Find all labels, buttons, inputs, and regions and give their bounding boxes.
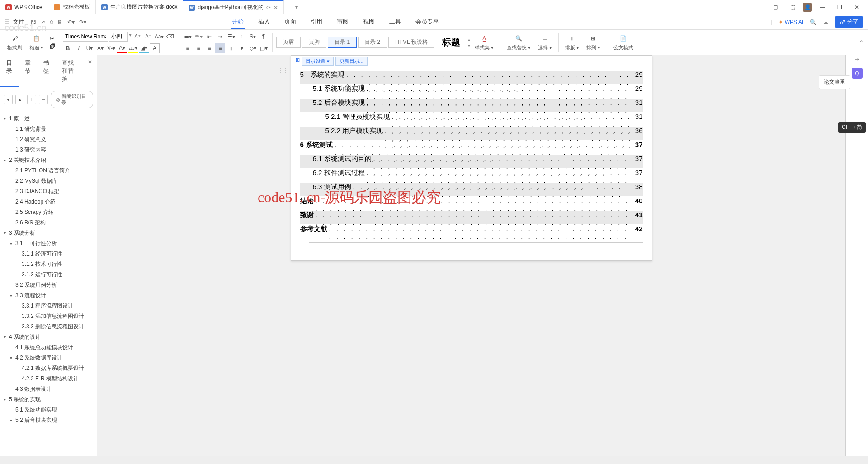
outline-item[interactable]: ▾2 关键技术介绍 xyxy=(0,155,97,166)
outline-item[interactable]: 3.1.3 运行可行性 xyxy=(0,270,97,280)
paste-label[interactable]: 粘贴 ▾ xyxy=(29,44,43,51)
outline-item[interactable]: 2.2 MySql 数据库 xyxy=(0,176,97,186)
fill-color-button[interactable]: ◇▾ xyxy=(248,43,258,53)
style-header[interactable]: 页眉 xyxy=(276,37,301,48)
style-toc1[interactable]: 目录 1 xyxy=(328,37,357,48)
outline-item[interactable]: 4.1 系统总功能模块设计 xyxy=(0,342,97,353)
outline-item[interactable]: 2.4 Hadoop 介绍 xyxy=(0,197,97,207)
outline-item[interactable]: 1.1 研究背景 xyxy=(0,124,97,134)
numbering-button[interactable]: ⩸▾ xyxy=(193,32,203,42)
bold-button[interactable]: B xyxy=(63,43,73,53)
outline-item[interactable]: 4.3 数据表设计 xyxy=(0,384,97,394)
save-icon[interactable]: 🖫 xyxy=(31,19,36,25)
sidebar-tab-chapter[interactable]: 章节 xyxy=(19,55,37,87)
print-preview-icon[interactable]: 🗎 xyxy=(57,19,63,25)
menu-insert[interactable]: 插入 xyxy=(257,15,271,29)
style-set-icon[interactable]: A̲ xyxy=(479,33,489,43)
ribbon-collapse-icon[interactable]: ⌃ xyxy=(859,39,863,46)
outline-item[interactable]: 4.2.2 E-R 模型结构设计 xyxy=(0,374,97,384)
change-case-icon[interactable]: Aa▾ xyxy=(154,32,164,42)
new-tab-button[interactable]: + xyxy=(288,4,291,10)
decrease-indent-button[interactable]: ⇤ xyxy=(204,32,214,42)
sidebar-tab-bookmark[interactable]: 书签 xyxy=(37,55,56,87)
toc-content[interactable]: 5 系统的实现. . . . . . . . . . . . . . . . .… xyxy=(291,67,652,242)
paste-icon[interactable]: 📋 xyxy=(32,33,42,43)
toc-line[interactable]: 致谢. . . . . . . . . . . . . . . . . . . … xyxy=(300,211,643,224)
minimize-button[interactable]: — xyxy=(816,1,829,14)
sort-button[interactable]: ↕ xyxy=(237,32,247,42)
outline-item[interactable]: ▾3.1 可行性分析 xyxy=(0,238,97,249)
outline-item[interactable]: ▾1 概 述 xyxy=(0,114,97,124)
find-replace-label[interactable]: 查找替换 ▾ xyxy=(507,44,531,51)
paragraph-marks-button[interactable]: ¶ xyxy=(259,32,269,42)
superscript-button[interactable]: X²▾ xyxy=(106,43,116,53)
outline-item[interactable]: 1.2 研究意义 xyxy=(0,134,97,145)
outline-item[interactable]: 3.2 系统用例分析 xyxy=(0,280,97,290)
columns-button[interactable]: ▾ xyxy=(237,43,247,53)
sort-label[interactable]: 排列 ▾ xyxy=(586,44,600,51)
clear-format-icon[interactable]: ⌫ xyxy=(165,32,175,42)
line-spacing-button[interactable]: ☰▾ xyxy=(226,32,236,42)
toc-line[interactable]: 结论. . . . . . . . . . . . . . . . . . . … xyxy=(300,197,643,210)
style-down-icon[interactable]: ▾ xyxy=(468,43,470,48)
toc-line[interactable]: 5.2.2 用户模块实现. . . . . . . . . . . . . . … xyxy=(300,127,643,140)
outline-item[interactable]: 3.3.2 添加信息流程图设计 xyxy=(0,311,97,322)
menu-tools[interactable]: 工具 xyxy=(388,15,402,29)
toc-line[interactable]: 5.1 系统功能实现. . . . . . . . . . . . . . . … xyxy=(300,85,643,98)
maximize-button[interactable]: ❐ xyxy=(833,1,846,14)
close-tab-icon[interactable]: ✕ xyxy=(274,5,278,11)
outline-item[interactable]: 3.1.1 经济可行性 xyxy=(0,249,97,259)
app-menu-icon[interactable]: ☰ xyxy=(5,19,9,25)
align-right-button[interactable]: ≡ xyxy=(204,43,214,53)
copy-icon[interactable]: 🗐 xyxy=(50,43,55,50)
cloud-icon[interactable]: ☁ xyxy=(823,19,828,25)
tab-document-2[interactable]: W django基于Python可视化的 ⟳ ✕ xyxy=(183,0,283,14)
outline-item[interactable]: 3.3.3 删除信息流程图设计 xyxy=(0,322,97,332)
menu-view[interactable]: 视图 xyxy=(362,15,376,29)
show-marks-button[interactable]: S▾ xyxy=(248,32,258,42)
public-mode-icon[interactable]: 📄 xyxy=(618,33,628,43)
file-menu[interactable]: 文件 xyxy=(13,18,24,26)
print-icon[interactable]: ⎙ xyxy=(50,19,53,25)
undo-icon[interactable]: ↶▾ xyxy=(67,19,75,25)
arrange-icon[interactable]: ⫴ xyxy=(567,33,577,43)
outline-item[interactable]: 4.2.1 数据库系统概要设计 xyxy=(0,363,97,374)
increase-font-icon[interactable]: A⁺ xyxy=(132,32,142,42)
style-set-label[interactable]: 样式集 ▾ xyxy=(475,44,494,51)
redo-icon[interactable]: ↷▾ xyxy=(79,19,86,25)
shading-button[interactable]: ◢▾ xyxy=(139,43,149,53)
toc-line[interactable]: 6.1 系统测试的目的. . . . . . . . . . . . . . .… xyxy=(300,155,643,168)
style-title[interactable]: 标题 xyxy=(436,35,467,50)
align-center-button[interactable]: ≡ xyxy=(193,43,203,53)
toc-line[interactable]: 6.2 软件测试过程. . . . . . . . . . . . . . . … xyxy=(300,169,643,182)
borders-button[interactable]: ▢▾ xyxy=(259,43,269,53)
toc-settings-button[interactable]: 目录设置 ▾ xyxy=(302,57,334,66)
outline-remove-button[interactable]: − xyxy=(39,95,48,104)
bullets-button[interactable]: ≔▾ xyxy=(183,32,193,42)
toc-line[interactable]: 5.2 后台模块实现. . . . . . . . . . . . . . . … xyxy=(300,99,643,112)
share-button[interactable]: ☍分享 xyxy=(835,16,863,28)
outline-add-button[interactable]: + xyxy=(27,95,36,104)
search-icon[interactable]: 🔍 xyxy=(810,19,816,25)
document-area[interactable]: ⊞ 目录设置 ▾ 更新目录... ⋮⋮ 5 系统的实现. . . . . . .… xyxy=(97,55,845,456)
font-size-select[interactable] xyxy=(109,32,128,42)
outline-item[interactable]: 3.1.2 技术可行性 xyxy=(0,259,97,270)
decrease-font-icon[interactable]: A⁻ xyxy=(143,32,153,42)
sidebar-tab-toc[interactable]: 目录 xyxy=(0,55,19,87)
outline-item[interactable]: ▾5.2 后台模块实现 xyxy=(0,415,97,426)
tab-wps-home[interactable]: W WPS Office xyxy=(0,0,48,14)
toc-line[interactable]: 5 系统的实现. . . . . . . . . . . . . . . . .… xyxy=(300,71,643,84)
increase-indent-button[interactable]: ⇥ xyxy=(215,32,225,42)
right-pane-collapse-icon[interactable]: ⇥ xyxy=(846,55,868,63)
outline-item[interactable]: ▾4 系统的设计 xyxy=(0,332,97,342)
tab-document-1[interactable]: W 生产印模图片替换方案.docx xyxy=(96,0,184,14)
italic-button[interactable]: I xyxy=(74,43,84,53)
distribute-button[interactable]: ⦀ xyxy=(226,43,236,53)
smart-toc-button[interactable]: ◎智能识别目录 xyxy=(51,91,93,108)
wps-ai-button[interactable]: ✦WPS AI xyxy=(778,19,803,25)
menu-start[interactable]: 开始 xyxy=(231,15,245,29)
app-window-icon[interactable]: ▢ xyxy=(769,1,782,14)
align-left-button[interactable]: ≡ xyxy=(183,43,193,53)
cut-icon[interactable]: ✂ xyxy=(50,35,55,42)
tab-dropdown-icon[interactable]: ▾ xyxy=(295,4,298,10)
